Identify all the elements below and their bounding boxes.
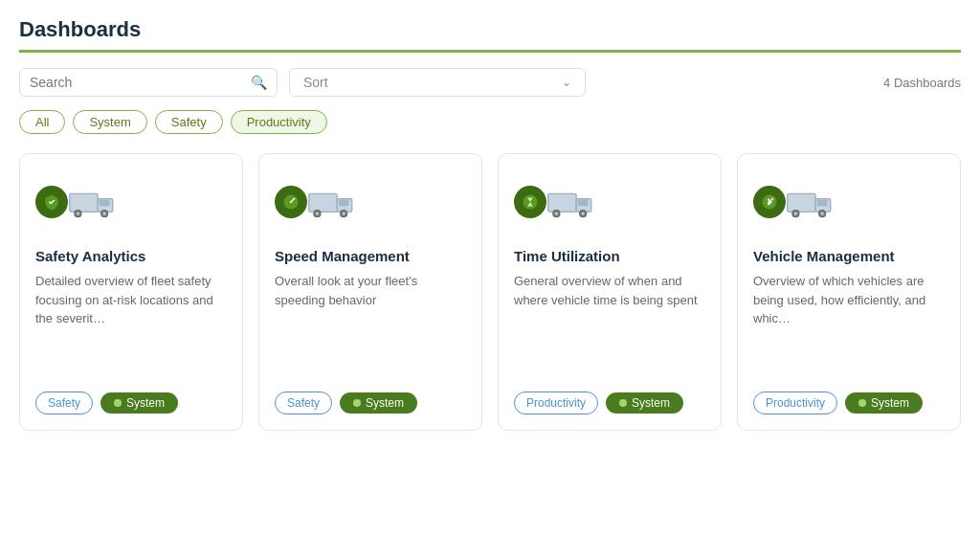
tag-productivity[interactable]: Productivity [514, 392, 598, 414]
speed-badge-icon [275, 186, 307, 218]
filter-all[interactable]: All [19, 110, 65, 134]
card-time-utilization: Time Utilization General overview of whe… [498, 153, 722, 431]
tag-safety[interactable]: Safety [275, 392, 332, 414]
sort-label: Sort [303, 75, 328, 90]
card-title: Speed Management [275, 248, 466, 264]
cards-grid: Safety Analytics Detailed overview of fl… [19, 153, 961, 431]
card-safety-analytics: Safety Analytics Detailed overview of fl… [19, 153, 243, 431]
svg-rect-17 [548, 193, 576, 212]
tag-productivity[interactable]: Productivity [753, 392, 837, 414]
chevron-down-icon: ⌄ [562, 76, 571, 89]
svg-point-14 [316, 213, 319, 215]
tag-system[interactable]: System [100, 392, 178, 414]
svg-point-23 [582, 213, 585, 215]
card-vehicle-management: Vehicle Management Overview of which veh… [737, 153, 961, 431]
search-icon: 🔍 [251, 75, 267, 90]
card-tags: Productivity System [514, 392, 705, 414]
svg-rect-19 [578, 199, 588, 206]
card-icon-area [275, 171, 466, 233]
svg-point-9 [290, 201, 292, 203]
svg-point-4 [77, 213, 79, 215]
svg-point-16 [343, 213, 345, 215]
svg-point-6 [103, 213, 106, 215]
card-tags: Productivity System [753, 392, 945, 414]
filter-safety[interactable]: Safety [155, 110, 223, 134]
page-title: Dashboards [19, 17, 961, 42]
truck-icon [68, 183, 118, 221]
card-icon-composite [35, 183, 118, 221]
tag-system[interactable]: System [340, 392, 417, 414]
card-description: Overall look at your fleet's speeding be… [275, 272, 466, 378]
filter-productivity[interactable]: Productivity [231, 110, 327, 134]
tag-system[interactable]: System [845, 392, 923, 414]
svg-point-32 [821, 213, 824, 215]
card-speed-management: Speed Management Overall look at your fl… [258, 153, 482, 431]
card-description: General overview of when and where vehic… [514, 272, 705, 378]
card-icon-composite [514, 183, 596, 221]
search-box[interactable]: 🔍 [19, 68, 278, 97]
time-badge-icon [514, 186, 546, 218]
search-input[interactable] [30, 75, 247, 90]
card-tags: Safety System [275, 392, 466, 414]
card-description: Overview of which vehicles are being use… [753, 272, 945, 378]
tag-safety[interactable]: Safety [35, 392, 93, 414]
truck-icon [307, 183, 357, 221]
svg-point-30 [794, 213, 797, 215]
svg-rect-10 [309, 193, 337, 212]
card-icon-area [753, 171, 945, 233]
tag-system[interactable]: System [606, 392, 683, 414]
svg-rect-12 [339, 199, 348, 206]
system-dot [619, 399, 627, 407]
card-description: Detailed overview of fleet safety focusi… [35, 272, 227, 378]
svg-rect-2 [100, 199, 109, 206]
svg-rect-0 [70, 193, 98, 212]
truck-icon [546, 183, 596, 221]
toolbar: 🔍 Sort ⌄ 4 Dashboards [19, 68, 961, 97]
card-icon-composite [753, 183, 835, 221]
filter-system[interactable]: System [73, 110, 146, 134]
card-tags: Safety System [35, 392, 227, 414]
card-icon-area [35, 171, 227, 233]
vehicle-badge-icon [753, 186, 786, 218]
dashboard-count: 4 Dashboards [883, 76, 961, 90]
card-icon-area [514, 171, 705, 233]
truck-icon [786, 183, 835, 221]
svg-rect-26 [788, 193, 815, 212]
card-title: Safety Analytics [35, 248, 227, 264]
page-header: Dashboards [19, 0, 961, 53]
safety-badge-icon [35, 186, 68, 218]
svg-rect-28 [817, 199, 827, 206]
system-dot [858, 399, 866, 407]
svg-point-21 [555, 213, 558, 215]
svg-point-25 [771, 198, 774, 201]
system-dot [353, 399, 361, 407]
sort-dropdown[interactable]: Sort ⌄ [289, 68, 586, 97]
card-title: Vehicle Management [753, 248, 945, 264]
card-title: Time Utilization [514, 248, 705, 264]
card-icon-composite [275, 183, 357, 221]
filter-bar: All System Safety Productivity [19, 110, 961, 134]
system-dot [114, 399, 122, 407]
